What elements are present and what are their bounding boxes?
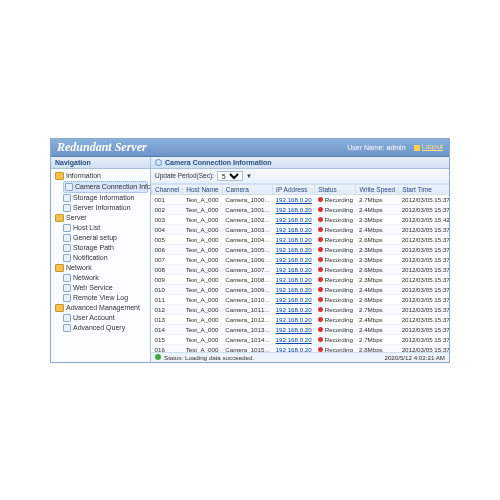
cell-channel: 013	[152, 314, 183, 324]
ip-link[interactable]: 192.168.0.20	[276, 326, 312, 333]
status-dot-icon	[318, 317, 323, 322]
cell-channel: 010	[152, 284, 183, 294]
column-header[interactable]: Camera	[222, 184, 272, 194]
nav-item[interactable]: Server Information	[63, 203, 148, 213]
table-row[interactable]: 012Test_A_000Camera_1011...192.168.0.20R…	[152, 304, 450, 314]
column-header[interactable]: Write Speed	[356, 184, 399, 194]
table-row[interactable]: 005Test_A_000Camera_1004...192.168.0.20R…	[152, 234, 450, 244]
cell-start: 2012/03/05 15:37...	[399, 344, 449, 352]
table-row[interactable]: 006Test_A_000Camera_1005...192.168.0.20R…	[152, 244, 450, 254]
ip-link[interactable]: 192.168.0.20	[276, 296, 312, 303]
cell-camera: Camera_1002...	[222, 214, 272, 224]
column-header[interactable]: Channel	[152, 184, 183, 194]
nav-item[interactable]: Camera Connection Information	[63, 181, 148, 193]
ip-link[interactable]: 192.168.0.20	[276, 316, 312, 323]
table-row[interactable]: 014Test_A_000Camera_1013...192.168.0.20R…	[152, 324, 450, 334]
column-header[interactable]: IP Address	[273, 184, 315, 194]
ip-link[interactable]: 192.168.0.20	[276, 276, 312, 283]
table-row[interactable]: 011Test_A_000Camera_1010...192.168.0.20R…	[152, 294, 450, 304]
nav-group[interactable]: Information	[55, 171, 148, 181]
table-row[interactable]: 003Test_A_000Camera_1002...192.168.0.20R…	[152, 214, 450, 224]
cell-channel: 012	[152, 304, 183, 314]
ip-link[interactable]: 192.168.0.20	[276, 336, 312, 343]
column-header[interactable]: Start Time	[399, 184, 449, 194]
status-dot-icon	[318, 227, 323, 232]
cell-speed: 2.4Mbps	[356, 324, 399, 334]
ip-link[interactable]: 192.168.0.20	[276, 246, 312, 253]
data-grid[interactable]: ChannelHost NameCameraIP AddressStatusWr…	[151, 184, 449, 352]
table-row[interactable]: 002Test_A_000Camera_1001...192.168.0.20R…	[152, 204, 450, 214]
logout-text: Logout	[422, 143, 443, 150]
ip-link[interactable]: 192.168.0.20	[276, 286, 312, 293]
update-period-label: Update Period(Sec):	[155, 172, 214, 179]
cell-speed: 2.3Mbps	[356, 214, 399, 224]
cell-host: Test_A_000	[183, 224, 223, 234]
cell-speed: 2.3Mbps	[356, 254, 399, 264]
nav-item[interactable]: Host List	[63, 223, 148, 233]
cell-ip: 192.168.0.20	[273, 234, 315, 244]
cell-camera: Camera_1003...	[222, 224, 272, 234]
nav-item[interactable]: Advanced Query	[63, 323, 148, 333]
cell-channel: 008	[152, 264, 183, 274]
cell-status: Recording	[315, 304, 356, 314]
ip-link[interactable]: 192.168.0.20	[276, 236, 312, 243]
ip-link[interactable]: 192.168.0.20	[276, 226, 312, 233]
ip-link[interactable]: 192.168.0.20	[276, 306, 312, 313]
cell-ip: 192.168.0.20	[273, 324, 315, 334]
logout-link[interactable]: Logout	[414, 143, 443, 150]
ip-link[interactable]: 192.168.0.20	[276, 206, 312, 213]
nav-group[interactable]: Network	[55, 263, 148, 273]
cell-status: Recording	[315, 294, 356, 304]
nav-item[interactable]: General setup	[63, 233, 148, 243]
status-dot-icon	[318, 257, 323, 262]
nav-group[interactable]: Advanced Management	[55, 303, 148, 313]
status-label: Status:	[164, 354, 183, 361]
cell-ip: 192.168.0.20	[273, 344, 315, 352]
nav-group[interactable]: Server	[55, 213, 148, 223]
user-label-text: User Name:	[347, 144, 384, 151]
table-row[interactable]: 015Test_A_000Camera_1014...192.168.0.20R…	[152, 334, 450, 344]
nav-item[interactable]: User Account	[63, 313, 148, 323]
ip-link[interactable]: 192.168.0.20	[276, 216, 312, 223]
nav-item[interactable]: Notification	[63, 253, 148, 263]
cell-host: Test_A_000	[183, 294, 223, 304]
table-row[interactable]: 001Test_A_000Camera_1000...192.168.0.20R…	[152, 194, 450, 204]
ip-link[interactable]: 192.168.0.20	[276, 266, 312, 273]
cell-status: Recording	[315, 264, 356, 274]
cell-start: 2012/03/05 15:37...	[399, 334, 449, 344]
cell-status: Recording	[315, 204, 356, 214]
table-row[interactable]: 009Test_A_000Camera_1008...192.168.0.20R…	[152, 274, 450, 284]
cell-host: Test_A_000	[183, 324, 223, 334]
status-dot-icon	[318, 237, 323, 242]
cell-camera: Camera_1006...	[222, 254, 272, 264]
logout-icon	[414, 145, 420, 151]
cell-start: 2012/03/05 15:37...	[399, 284, 449, 294]
nav-item[interactable]: Web Service	[63, 283, 148, 293]
update-period-select[interactable]: 5	[217, 171, 243, 181]
nav-item[interactable]: Remote View Log	[63, 293, 148, 303]
cell-camera: Camera_1008...	[222, 274, 272, 284]
refresh-icon[interactable]	[155, 159, 162, 166]
cell-speed: 2.3Mbps	[356, 244, 399, 254]
nav-item[interactable]: Network	[63, 273, 148, 283]
cell-channel: 011	[152, 294, 183, 304]
table-row[interactable]: 004Test_A_000Camera_1003...192.168.0.20R…	[152, 224, 450, 234]
cell-camera: Camera_1013...	[222, 324, 272, 334]
column-header[interactable]: Host Name	[183, 184, 223, 194]
nav-tree[interactable]: InformationCamera Connection Information…	[51, 169, 150, 362]
table-row[interactable]: 008Test_A_000Camera_1007...192.168.0.20R…	[152, 264, 450, 274]
table-row[interactable]: 016Test_A_000Camera_1015...192.168.0.20R…	[152, 344, 450, 352]
table-row[interactable]: 013Test_A_000Camera_1012...192.168.0.20R…	[152, 314, 450, 324]
cell-ip: 192.168.0.20	[273, 194, 315, 204]
ip-link[interactable]: 192.168.0.20	[276, 196, 312, 203]
ip-link[interactable]: 192.168.0.20	[276, 256, 312, 263]
status-dot-icon	[318, 307, 323, 312]
cell-speed: 2.7Mbps	[356, 194, 399, 204]
nav-item[interactable]: Storage Path	[63, 243, 148, 253]
nav-item[interactable]: Storage Information	[63, 193, 148, 203]
column-header[interactable]: Status	[315, 184, 356, 194]
table-row[interactable]: 007Test_A_000Camera_1006...192.168.0.20R…	[152, 254, 450, 264]
status-dot-icon	[318, 217, 323, 222]
camera-table: ChannelHost NameCameraIP AddressStatusWr…	[151, 184, 449, 352]
table-row[interactable]: 010Test_A_000Camera_1009...192.168.0.20R…	[152, 284, 450, 294]
